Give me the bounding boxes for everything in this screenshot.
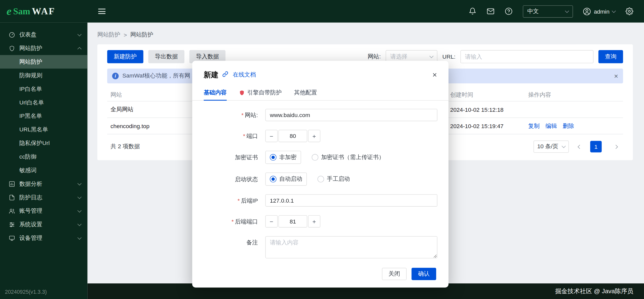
export-data-button[interactable]: 导出数据	[148, 50, 184, 63]
radio-auto-start[interactable]: 自动启动	[265, 172, 307, 185]
query-button[interactable]: 查询	[598, 50, 623, 63]
page-number-active[interactable]: 1	[590, 141, 602, 153]
plus-icon[interactable]: +	[308, 130, 320, 142]
sidebar-subitem-privacy-url[interactable]: 隐私保护Url	[0, 136, 88, 150]
sidebar-item-data-analysis[interactable]: 数据分析	[0, 177, 88, 191]
dialog-confirm-button[interactable]: 确认	[411, 268, 436, 280]
backend-ip-input[interactable]	[265, 194, 437, 207]
sliders-icon	[9, 221, 15, 228]
sidebar-subitem-site-protect[interactable]: 网站防护	[0, 55, 88, 69]
required-mark: *	[238, 197, 240, 204]
chevron-up-icon	[78, 47, 82, 51]
user-avatar-icon	[583, 7, 591, 16]
hamburger-menu-icon[interactable]	[97, 6, 107, 17]
port-label: *端口	[205, 130, 258, 142]
radio-dot-icon	[270, 154, 276, 161]
prev-page-button[interactable]	[575, 141, 584, 153]
shield-icon	[9, 45, 15, 52]
url-filter-input[interactable]	[460, 50, 593, 63]
edit-link[interactable]: 编辑	[545, 122, 557, 130]
site-label: *网站:	[205, 109, 258, 121]
logo-e-icon: e	[7, 5, 12, 18]
backend-port-label: *后端端口	[205, 215, 258, 228]
logo: e Sam WAF	[0, 5, 88, 18]
sidebar-item-system-settings[interactable]: 系统设置	[0, 218, 88, 231]
breadcrumb-item-current: 网站防护	[130, 31, 153, 39]
remark-label: 备注	[205, 236, 258, 248]
delete-link[interactable]: 删除	[563, 122, 574, 130]
sidebar: 仪表盘 网站防护 网站防护 防御规则 IP白名单 Url白名单 IP黑名单 UR…	[0, 23, 88, 299]
next-page-button[interactable]	[608, 141, 617, 153]
sidebar-subitem-defense-rules[interactable]: 防御规则	[0, 69, 88, 82]
page-size-value: 10 条/页	[537, 143, 558, 150]
dialog-header: 新建 在线文档 ×	[192, 61, 448, 80]
form-row-backend-ip: *后端IP	[205, 194, 437, 207]
dialog-close-button[interactable]: 关闭	[382, 268, 407, 280]
mail-icon[interactable]	[487, 7, 495, 16]
sidebar-item-site-protect[interactable]: 网站防护	[0, 42, 88, 55]
bell-icon[interactable]	[469, 7, 477, 16]
sidebar-subitem-cc-defense[interactable]: cc防御	[0, 150, 88, 164]
page-size-select[interactable]: 10 条/页	[534, 140, 569, 153]
tab-basic[interactable]: 基础内容	[204, 85, 226, 100]
cert-label: 加密证书	[205, 151, 258, 164]
sidebar-item-accounts[interactable]: 账号管理	[0, 204, 88, 218]
sidebar-subitem-ip-blacklist[interactable]: IP黑名单	[0, 109, 88, 123]
user-menu[interactable]: admin	[583, 7, 615, 16]
sidebar-item-devices[interactable]: 设备管理	[0, 231, 88, 245]
backend-port-input[interactable]	[278, 215, 307, 228]
gear-icon[interactable]	[625, 7, 633, 16]
radio-label: 非加密	[279, 154, 297, 161]
sidebar-subitem-sensitive-words[interactable]: 敏感词	[0, 164, 88, 177]
chevron-down-icon	[78, 235, 82, 239]
sidebar-item-dashboard[interactable]: 仪表盘	[0, 28, 88, 42]
required-mark: *	[232, 218, 234, 225]
sidebar-item-label: 设备管理	[19, 234, 42, 242]
users-icon	[9, 208, 15, 214]
sidebar-subitem-ip-whitelist[interactable]: IP白名单	[0, 82, 88, 96]
radio-no-encrypt[interactable]: 非加密	[265, 151, 301, 164]
minus-icon[interactable]: −	[265, 215, 278, 228]
minus-icon[interactable]: −	[265, 130, 278, 142]
dialog-title: 新建	[204, 70, 218, 80]
plus-icon[interactable]: +	[308, 215, 320, 228]
banner-close-icon[interactable]: ×	[614, 72, 618, 80]
help-icon[interactable]	[505, 7, 513, 16]
site-filter-placeholder: 请选择	[390, 53, 408, 60]
dialog-tabs: 基础内容 引擎自带防护 其他配置	[192, 85, 448, 100]
breadcrumb: 网站防护 > 网站防护	[97, 31, 633, 39]
cert-radio-group: 非加密 加密证书（需上传证书）	[265, 151, 384, 164]
sidebar-item-label: 系统设置	[19, 221, 42, 228]
remark-textarea[interactable]	[265, 236, 437, 258]
radio-label: 手工启动	[327, 175, 350, 183]
new-protect-button[interactable]: 新建防护	[107, 50, 143, 63]
logo-text-light: WAF	[32, 6, 55, 17]
copy-link[interactable]: 复制	[528, 122, 540, 130]
chevron-down-icon	[78, 208, 82, 212]
site-input[interactable]	[265, 109, 437, 121]
sidebar-subitem-url-whitelist[interactable]: Url白名单	[0, 96, 88, 109]
language-select[interactable]: 中文	[523, 5, 573, 17]
sidebar-item-protect-logs[interactable]: 防护日志	[0, 191, 88, 204]
dashboard-icon	[9, 31, 15, 38]
form-row-remark: 备注	[205, 236, 437, 258]
tab-other-config[interactable]: 其他配置	[294, 85, 317, 100]
required-mark: *	[241, 112, 244, 118]
col-created: 创建时间	[450, 91, 528, 98]
tab-engine-protect[interactable]: 引擎自带防护	[239, 85, 282, 100]
radio-manual-start[interactable]: 手工启动	[318, 175, 350, 183]
online-doc-link[interactable]: 在线文档	[233, 71, 256, 78]
cell-created: 2024-10-02 15:12:18	[450, 106, 528, 113]
form-row-cert: 加密证书 非加密 加密证书（需上传证书）	[205, 151, 437, 164]
sidebar-subitem-url-blacklist[interactable]: URL黑名单	[0, 123, 88, 136]
chart-icon	[9, 180, 15, 187]
chevron-down-icon	[429, 54, 433, 58]
watermark-text: 掘金技术社区 @ Java陈序员	[555, 287, 633, 295]
radio-cert-upload[interactable]: 加密证书（需上传证书）	[312, 154, 385, 161]
dialog-form: *网站: *端口 − + 加密证书 非加密	[192, 101, 448, 258]
dialog-close-icon[interactable]: ×	[432, 71, 437, 79]
top-header: e Sam WAF 中文 admin	[0, 0, 644, 23]
breadcrumb-item[interactable]: 网站防护	[97, 31, 120, 39]
port-input[interactable]	[278, 130, 307, 142]
required-mark: *	[243, 133, 245, 139]
